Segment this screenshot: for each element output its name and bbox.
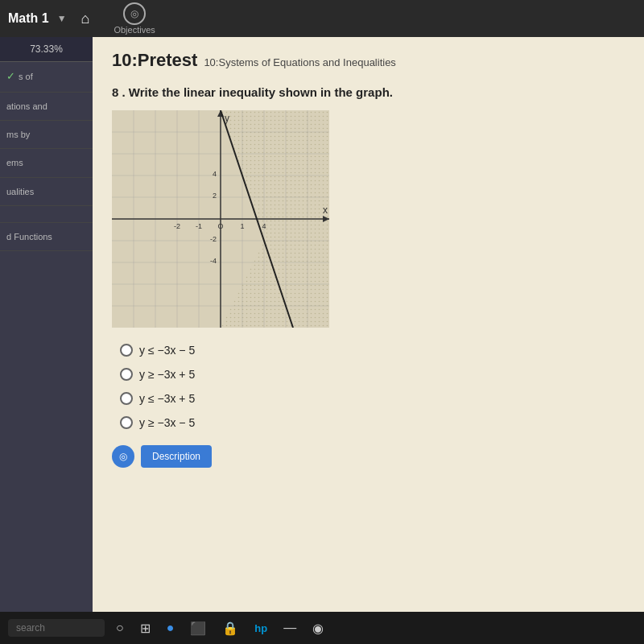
- svg-text:2: 2: [213, 192, 217, 200]
- sidebar: 73.33% ✓ s of ations and ms by ems ualit…: [0, 37, 93, 612]
- radio-a[interactable]: [120, 344, 133, 357]
- option-text-a: y ≤ −3x − 5: [139, 344, 195, 357]
- description-button[interactable]: Description: [141, 445, 212, 468]
- sidebar-label-3: ems: [6, 157, 23, 168]
- option-text-b: y ≥ −3x + 5: [139, 368, 195, 381]
- main-layout: 73.33% ✓ s of ations and ms by ems ualit…: [0, 37, 644, 612]
- option-d[interactable]: y ≥ −3x − 5: [120, 416, 625, 429]
- taskbar-last-icon[interactable]: ◉: [308, 617, 328, 639]
- taskbar-lock-icon[interactable]: 🔒: [217, 617, 243, 639]
- svg-text:1: 1: [240, 222, 244, 230]
- search-input[interactable]: [8, 619, 105, 637]
- svg-text:-1: -1: [196, 222, 202, 230]
- radio-d[interactable]: [120, 416, 133, 429]
- taskbar-hp-icon[interactable]: hp: [250, 619, 272, 638]
- dropdown-arrow[interactable]: ▼: [57, 13, 67, 24]
- sidebar-item-3[interactable]: ems: [0, 149, 93, 177]
- graph-container: x y -2 -1 O 1 4 4 2 -2 -4: [112, 110, 329, 328]
- svg-text:4: 4: [262, 222, 266, 230]
- sidebar-item-0[interactable]: ✓ s of: [0, 62, 93, 93]
- radio-c[interactable]: [120, 392, 133, 405]
- app-title: Math 1: [8, 11, 49, 26]
- sidebar-label-1: ations and: [6, 101, 47, 112]
- question-label: 8 . Write the linear inequality shown in…: [112, 85, 625, 99]
- question-body: Write the linear inequality shown in the…: [129, 85, 393, 99]
- option-a[interactable]: y ≤ −3x − 5: [120, 344, 625, 357]
- svg-text:4: 4: [213, 170, 217, 178]
- pretest-header: 10:Pretest 10:Systems of Equations and I…: [112, 50, 625, 71]
- sidebar-label-6: d Functions: [6, 231, 52, 242]
- question-number: 8: [112, 85, 118, 99]
- option-text-c: y ≤ −3x + 5: [139, 392, 195, 405]
- sidebar-item-4[interactable]: ualities: [0, 178, 93, 206]
- objectives-label: Objectives: [114, 25, 155, 35]
- sidebar-progress: 73.33%: [0, 37, 93, 62]
- circle-button[interactable]: ◎: [112, 445, 134, 468]
- graph-svg: x y -2 -1 O 1 4 4 2 -2 -4: [112, 110, 329, 328]
- svg-text:O: O: [217, 222, 223, 230]
- objectives-icon[interactable]: ◎: [123, 2, 146, 25]
- options-list: y ≤ −3x − 5 y ≥ −3x + 5 y ≤ −3x + 5 y ≥ …: [120, 344, 625, 429]
- taskbar-grid-icon[interactable]: ⊞: [135, 617, 155, 639]
- pretest-subtitle: 10:Systems of Equations and Inequalities: [204, 56, 395, 68]
- check-icon-0: ✓: [6, 70, 15, 84]
- taskbar-edge-icon[interactable]: ●: [162, 617, 180, 638]
- pretest-title: 10:Pretest: [112, 50, 197, 71]
- sidebar-label-2: ms by: [6, 129, 30, 140]
- sidebar-label-4: ualities: [6, 186, 34, 197]
- option-b[interactable]: y ≥ −3x + 5: [120, 368, 625, 381]
- radio-b[interactable]: [120, 368, 133, 381]
- question-text: .: [122, 85, 129, 99]
- sidebar-item-1[interactable]: ations and: [0, 93, 93, 121]
- action-buttons: ◎ Description: [112, 445, 625, 468]
- content-area: 10:Pretest 10:Systems of Equations and I…: [93, 37, 644, 612]
- sidebar-item-5[interactable]: [0, 206, 93, 223]
- taskbar-dash-icon[interactable]: —: [279, 617, 301, 638]
- taskbar-circle-icon[interactable]: ○: [111, 617, 129, 638]
- objectives-area: ◎ Objectives: [114, 2, 155, 35]
- option-text-d: y ≥ −3x − 5: [139, 416, 195, 429]
- sidebar-label-0: s of: [19, 71, 33, 82]
- svg-text:-4: -4: [210, 257, 217, 265]
- sidebar-item-2[interactable]: ms by: [0, 121, 93, 149]
- sidebar-item-6[interactable]: d Functions: [0, 223, 93, 251]
- x-label: x: [323, 204, 328, 216]
- top-bar: Math 1 ▼ ⌂ ◎ Objectives: [0, 0, 644, 37]
- svg-text:-2: -2: [210, 235, 217, 243]
- taskbar: ○ ⊞ ● ⬛ 🔒 hp — ◉: [0, 612, 644, 644]
- home-icon[interactable]: ⌂: [81, 10, 90, 27]
- taskbar-folder-icon[interactable]: ⬛: [185, 617, 211, 639]
- option-c[interactable]: y ≤ −3x + 5: [120, 392, 625, 405]
- svg-text:-2: -2: [174, 222, 180, 230]
